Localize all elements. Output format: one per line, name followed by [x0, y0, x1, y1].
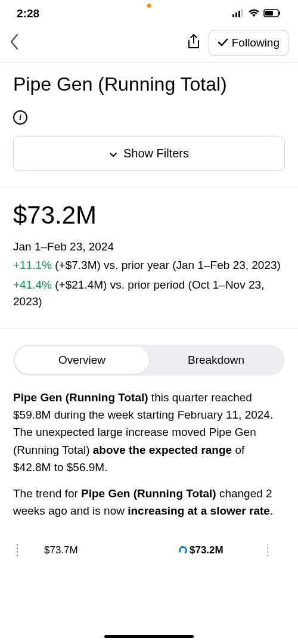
loading-ring-icon: [178, 545, 188, 555]
chart-marker-right: [267, 544, 268, 557]
metric-date-range: Jan 1–Feb 23, 2024: [13, 240, 285, 253]
tabs: Overview Breakdown: [13, 345, 285, 376]
svg-rect-6: [279, 11, 280, 15]
svg-rect-5: [265, 11, 273, 16]
tab-overview[interactable]: Overview: [15, 346, 149, 374]
show-filters-button[interactable]: Show Filters: [13, 137, 285, 171]
metric-value: $73.2M: [13, 201, 285, 230]
insight-paragraph: The trend for Pipe Gen (Running Total) c…: [13, 485, 285, 520]
svg-rect-1: [235, 13, 237, 17]
nav-bar: Following: [0, 25, 298, 62]
compare-pct: +11.1%: [13, 259, 52, 271]
insight-paragraph: Pipe Gen (Running Total) this quarter re…: [13, 389, 285, 476]
compare-text: (+$7.3M) vs. prior year (Jan 1–Feb 23, 2…: [52, 259, 281, 271]
metric-compare-prior-period: +41.4% (+$21.4M) vs. prior period (Oct 1…: [13, 277, 285, 311]
info-icon[interactable]: i: [13, 110, 27, 125]
chart-marker-left: [17, 544, 18, 557]
following-label: Following: [232, 36, 280, 49]
page-title: Pipe Gen (Running Total): [13, 72, 285, 96]
share-button[interactable]: [187, 33, 200, 52]
home-indicator[interactable]: [104, 635, 194, 638]
recording-indicator-dot: [147, 4, 151, 8]
cellular-icon: [232, 7, 244, 20]
check-icon: [218, 36, 228, 49]
svg-rect-3: [241, 9, 243, 17]
chart-preview[interactable]: $73.7M $73.2M: [0, 541, 298, 559]
chart-value-left: $73.7M: [44, 544, 78, 556]
chart-value-right: $73.2M: [179, 544, 224, 556]
tab-breakdown[interactable]: Breakdown: [149, 346, 283, 374]
following-button[interactable]: Following: [209, 30, 288, 56]
svg-rect-0: [232, 14, 234, 17]
wifi-icon: [248, 7, 260, 20]
back-button[interactable]: [10, 33, 19, 52]
compare-pct: +41.4%: [13, 278, 52, 291]
svg-rect-2: [238, 11, 240, 17]
chevron-down-icon: [109, 147, 117, 160]
insights-text: Pipe Gen (Running Total) this quarter re…: [0, 389, 298, 520]
metric-section: $73.2M Jan 1–Feb 23, 2024 +11.1% (+$7.3M…: [0, 187, 298, 329]
metric-compare-prior-year: +11.1% (+$7.3M) vs. prior year (Jan 1–Fe…: [13, 257, 285, 274]
battery-icon: [263, 7, 281, 20]
filters-label: Show Filters: [123, 147, 189, 160]
status-time: 2:28: [17, 7, 39, 20]
